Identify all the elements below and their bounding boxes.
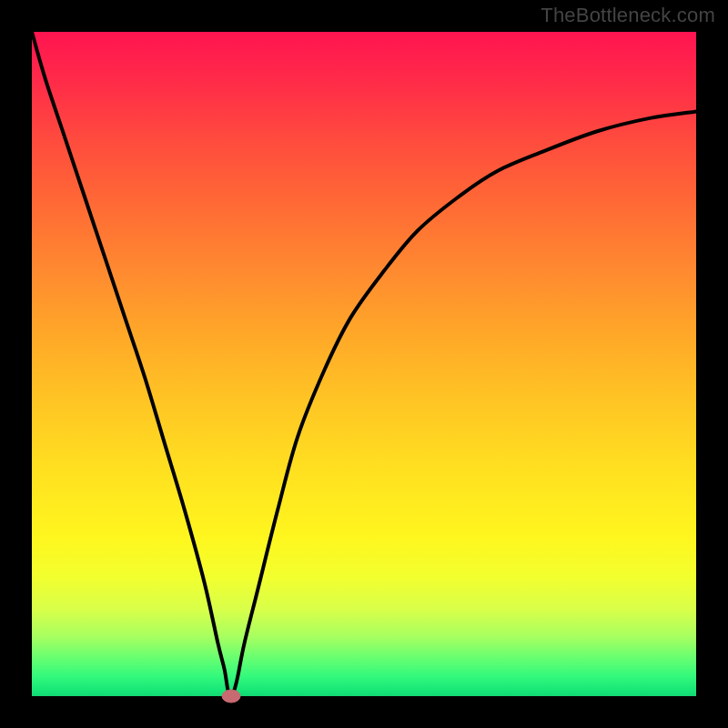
chart-frame: TheBottleneck.com — [0, 0, 728, 728]
plot-area — [32, 32, 696, 696]
optimum-marker — [222, 690, 240, 703]
bottleneck-curve — [32, 32, 696, 696]
watermark-text: TheBottleneck.com — [541, 4, 715, 27]
plot-svg — [32, 32, 696, 696]
